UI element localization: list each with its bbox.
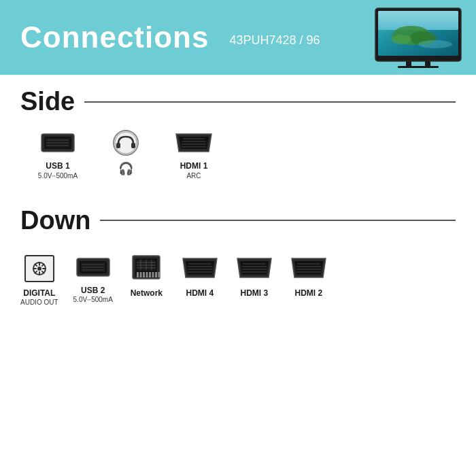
hdmi4-connector: HDMI 4 — [180, 253, 220, 299]
side-connectors-row: USB 1 5.0V⎓500mA 🎧 — [0, 122, 476, 187]
digital-audio-connector: DIGITAL AUDIO OUT — [20, 253, 58, 307]
down-connectors-row: DIGITAL AUDIO OUT USB 2 5.0V⎓500mA — [0, 246, 476, 314]
hdmi1-label: HDMI 1 — [180, 161, 208, 172]
usb1-sublabel: 5.0V⎓500mA — [38, 172, 78, 180]
svg-rect-8 — [406, 61, 411, 67]
usb1-connector: USB 1 5.0V⎓500mA — [37, 129, 78, 180]
hdmi1-connector: HDMI 1 ARC — [173, 129, 214, 180]
page: Connections 43PUH7428 / 96 — [0, 0, 476, 476]
usb1-icon — [39, 129, 77, 157]
hdmi3-connector: HDMI 3 — [235, 253, 274, 299]
header-banner: Connections 43PUH7428 / 96 — [0, 0, 476, 75]
hdmi2-label: HDMI 2 — [294, 288, 322, 299]
hdmi3-icon — [235, 253, 274, 284]
svg-marker-74 — [294, 261, 323, 275]
headphone-label: 🎧 — [118, 161, 133, 177]
svg-rect-50 — [149, 272, 151, 277]
network-connector: Network — [128, 253, 165, 299]
down-section-header: Down — [0, 187, 476, 241]
headphone-icon — [112, 129, 140, 157]
hdmi3-label: HDMI 3 — [240, 288, 268, 299]
side-divider — [84, 101, 456, 103]
header-model: 43PUH7428 / 96 — [229, 33, 320, 48]
svg-rect-47 — [140, 272, 142, 277]
svg-rect-48 — [143, 272, 145, 277]
side-section-header: Side — [0, 75, 476, 122]
hdmi1-icon — [173, 129, 214, 157]
svg-rect-10 — [398, 66, 439, 68]
usb2-label: USB 2 — [81, 286, 105, 296]
hdmi2-icon — [289, 253, 328, 284]
headphone-connector: 🎧 — [105, 129, 146, 177]
svg-point-7 — [418, 40, 452, 48]
svg-marker-68 — [240, 261, 269, 275]
svg-rect-46 — [137, 272, 139, 277]
svg-rect-9 — [425, 61, 430, 67]
hdmi2-connector: HDMI 2 — [289, 253, 328, 299]
down-title: Down — [20, 206, 90, 235]
hdmi4-icon — [180, 253, 220, 284]
usb2-connector: USB 2 5.0V⎓500mA — [73, 253, 113, 305]
digital-audio-icon — [22, 253, 56, 284]
svg-rect-49 — [146, 272, 148, 277]
usb2-icon — [74, 253, 112, 282]
svg-point-6 — [391, 35, 411, 44]
tv-thumbnail — [374, 7, 462, 68]
svg-rect-53 — [158, 272, 160, 277]
svg-rect-20 — [131, 143, 135, 148]
digital-audio-label: DIGITAL — [23, 288, 55, 299]
hdmi4-label: HDMI 4 — [186, 288, 214, 299]
network-icon — [129, 253, 164, 284]
usb1-label: USB 1 — [46, 161, 69, 172]
header-title: Connections — [20, 20, 209, 54]
svg-rect-51 — [152, 272, 154, 277]
svg-point-29 — [37, 267, 41, 271]
svg-marker-62 — [186, 261, 214, 275]
digital-audio-sublabel: AUDIO OUT — [20, 299, 58, 307]
side-title: Side — [20, 87, 75, 116]
network-label: Network — [131, 288, 163, 299]
down-divider — [100, 220, 456, 221]
svg-rect-19 — [116, 143, 120, 148]
hdmi1-sublabel: ARC — [186, 172, 201, 180]
usb2-sublabel: 5.0V⎓500mA — [73, 296, 113, 304]
svg-rect-52 — [155, 272, 157, 277]
